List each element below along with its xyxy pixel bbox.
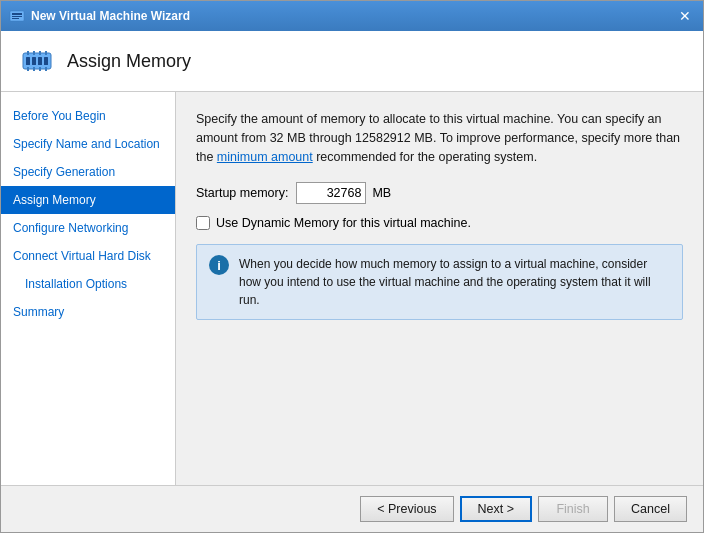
sidebar-item-connect-vhd[interactable]: Connect Virtual Hard Disk <box>1 242 175 270</box>
wizard-header: Assign Memory <box>1 31 703 92</box>
header-memory-icon <box>21 45 53 77</box>
info-icon: i <box>209 255 229 275</box>
close-button[interactable]: ✕ <box>675 6 695 26</box>
sidebar-item-assign-memory[interactable]: Assign Memory <box>1 186 175 214</box>
svg-rect-1 <box>12 13 22 15</box>
svg-rect-16 <box>45 67 47 71</box>
cancel-button[interactable]: Cancel <box>614 496 687 522</box>
dynamic-memory-label[interactable]: Use Dynamic Memory for this virtual mach… <box>216 216 471 230</box>
page-title: Assign Memory <box>67 51 191 72</box>
wizard-window: New Virtual Machine Wizard ✕ Assign Memo… <box>0 0 704 533</box>
svg-rect-10 <box>33 51 35 55</box>
startup-memory-input[interactable] <box>296 182 366 204</box>
sidebar-item-configure-networking[interactable]: Configure Networking <box>1 214 175 242</box>
svg-rect-2 <box>12 16 22 17</box>
minimum-amount-link[interactable]: minimum amount <box>217 150 313 164</box>
sidebar: Before You Begin Specify Name and Locati… <box>1 92 176 485</box>
svg-rect-7 <box>38 57 42 65</box>
dynamic-memory-checkbox[interactable] <box>196 216 210 230</box>
svg-rect-11 <box>39 51 41 55</box>
finish-button[interactable]: Finish <box>538 496 608 522</box>
svg-rect-12 <box>45 51 47 55</box>
sidebar-item-specify-generation[interactable]: Specify Generation <box>1 158 175 186</box>
sidebar-item-specify-name[interactable]: Specify Name and Location <box>1 130 175 158</box>
title-bar-text: New Virtual Machine Wizard <box>31 9 675 23</box>
svg-rect-9 <box>27 51 29 55</box>
svg-rect-6 <box>32 57 36 65</box>
startup-memory-row: Startup memory: MB <box>196 182 683 204</box>
sidebar-item-before-you-begin[interactable]: Before You Begin <box>1 102 175 130</box>
title-bar-icon <box>9 8 25 24</box>
title-bar: New Virtual Machine Wizard ✕ <box>1 1 703 31</box>
content-area: Before You Begin Specify Name and Locati… <box>1 92 703 485</box>
svg-rect-15 <box>39 67 41 71</box>
startup-memory-unit: MB <box>372 186 391 200</box>
svg-rect-13 <box>27 67 29 71</box>
sidebar-item-installation-options[interactable]: Installation Options <box>1 270 175 298</box>
previous-button[interactable]: < Previous <box>360 496 453 522</box>
wizard-footer: < Previous Next > Finish Cancel <box>1 485 703 532</box>
startup-memory-label: Startup memory: <box>196 186 288 200</box>
svg-rect-3 <box>12 18 19 19</box>
svg-rect-14 <box>33 67 35 71</box>
svg-rect-8 <box>44 57 48 65</box>
info-text: When you decide how much memory to assig… <box>239 255 670 309</box>
main-content: Specify the amount of memory to allocate… <box>176 92 703 485</box>
svg-rect-5 <box>26 57 30 65</box>
description-text: Specify the amount of memory to allocate… <box>196 110 683 166</box>
sidebar-item-summary[interactable]: Summary <box>1 298 175 326</box>
next-button[interactable]: Next > <box>460 496 532 522</box>
info-box: i When you decide how much memory to ass… <box>196 244 683 320</box>
dynamic-memory-row: Use Dynamic Memory for this virtual mach… <box>196 216 683 230</box>
